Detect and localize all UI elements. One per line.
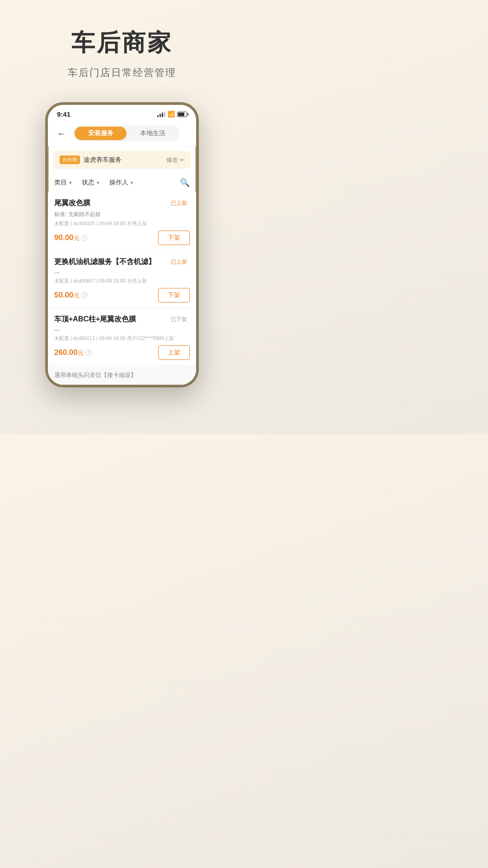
- edit-icon: ✏: [180, 157, 184, 163]
- service-name-3: 车顶+ABC柱+尾翼改色膜: [54, 315, 164, 324]
- action-button-2[interactable]: 下架: [158, 288, 190, 302]
- operator-arrow-icon: ▼: [130, 180, 134, 185]
- service-name-1: 尾翼改色膜: [54, 198, 164, 208]
- service-price-1: 90.00元: [54, 233, 80, 242]
- filter-status[interactable]: 状态 ▼: [82, 179, 100, 187]
- action-button-3[interactable]: 上架: [158, 345, 190, 360]
- service-item-2: 更换机油机滤服务【不含机滤】 已上架 — 未配置 | dcd00607 | 09…: [48, 251, 196, 308]
- signal-icon: [157, 112, 165, 117]
- service-meta-3: 未配置 | dcd00211 | 09-09 18:00 用户122****99…: [54, 335, 190, 342]
- service-list: 尾翼改色膜 已上架 标准: 无刷踏不起鼓 未配置 | dcd00100 | 09…: [48, 192, 196, 385]
- service-standard-1: 标准: 无刷踏不起鼓: [54, 211, 190, 218]
- status-time: 9:41: [57, 110, 70, 118]
- price-info-icon-2[interactable]: ?: [81, 292, 88, 298]
- tab-install-service[interactable]: 安装服务: [75, 127, 127, 140]
- sub-title: 车后门店日常经营管理: [18, 66, 226, 80]
- service-footer-3: 260.00元 ? 上架: [54, 345, 190, 360]
- partner-name: 途虎养车服务: [84, 156, 122, 164]
- service-status-3: 已下架: [168, 315, 190, 324]
- service-item-3: 车顶+ABC柱+尾翼改色膜 已下架 — 未配置 | dcd00211 | 09-…: [48, 308, 196, 366]
- price-info-3: 260.00元 ?: [54, 348, 92, 357]
- tab-group: 安装服务 本地生活: [73, 125, 180, 142]
- partner-edit-button[interactable]: 修改 ✏: [166, 156, 184, 164]
- price-info-2: 50.00元 ?: [54, 291, 88, 300]
- partner-badge: 合作商: [60, 156, 80, 164]
- search-button[interactable]: 🔍: [180, 178, 190, 188]
- service-header-3: 车顶+ABC柱+尾翼改色膜 已下架: [54, 315, 190, 324]
- service-price-2: 50.00元: [54, 291, 80, 300]
- service-price-3: 260.00元: [54, 348, 84, 357]
- service-status-2: 已上架: [168, 257, 190, 267]
- action-button-1[interactable]: 下架: [158, 231, 190, 245]
- back-button[interactable]: ←: [55, 127, 68, 141]
- service-meta-2: 未配置 | dcd00607 | 09-09 18:00 石伟上架: [54, 278, 190, 284]
- battery-icon: [177, 112, 187, 117]
- wifi-icon: 📶: [168, 111, 175, 118]
- filter-operator[interactable]: 操作人 ▼: [109, 179, 134, 187]
- category-arrow-icon: ▼: [68, 180, 73, 185]
- service-header-1: 尾翼改色膜 已上架: [54, 198, 190, 208]
- top-section: 车后商家 车后门店日常经营管理: [0, 0, 244, 93]
- partner-left: 合作商 途虎养车服务: [60, 156, 122, 164]
- service-standard-2: —: [54, 269, 190, 276]
- service-item-1: 尾翼改色膜 已上架 标准: 无刷踏不起鼓 未配置 | dcd00100 | 09…: [48, 192, 196, 251]
- service-status-1: 已上架: [168, 198, 190, 208]
- status-arrow-icon: ▼: [96, 180, 100, 185]
- price-info-icon-3[interactable]: ?: [85, 349, 92, 356]
- service-footer-1: 90.00元 ? 下架: [54, 231, 190, 245]
- status-icons: 📶: [157, 111, 187, 118]
- phone-mockup: 9:41 📶 ← 安装服务 本地生活 合作商 途虎养车服: [45, 102, 199, 387]
- main-title: 车后商家: [18, 27, 226, 59]
- phone-wrapper: 9:41 📶 ← 安装服务 本地生活 合作商 途虎养车服: [0, 93, 244, 387]
- service-meta-1: 未配置 | dcd00100 | 09-09 18:00 石伟上架: [54, 220, 190, 227]
- bottom-hint: 通用单镜头闪灵仪【接卡烟器】: [48, 366, 196, 385]
- service-name-2: 更换机油机滤服务【不含机滤】: [54, 257, 164, 267]
- service-header-2: 更换机油机滤服务【不含机滤】 已上架: [54, 257, 190, 267]
- service-standard-3: —: [54, 327, 190, 333]
- partner-banner: 合作商 途虎养车服务 修改 ✏: [53, 151, 191, 169]
- service-footer-2: 50.00元 ? 下架: [54, 288, 190, 302]
- filter-bar: 类目 ▼ 状态 ▼ 操作人 ▼ 🔍: [48, 173, 196, 192]
- price-info-1: 90.00元 ?: [54, 233, 88, 242]
- status-bar: 9:41 📶: [48, 105, 196, 122]
- filter-category[interactable]: 类目 ▼: [54, 179, 73, 187]
- nav-bar: ← 安装服务 本地生活: [48, 122, 196, 146]
- price-info-icon-1[interactable]: ?: [81, 235, 88, 241]
- tab-local-life[interactable]: 本地生活: [127, 127, 178, 140]
